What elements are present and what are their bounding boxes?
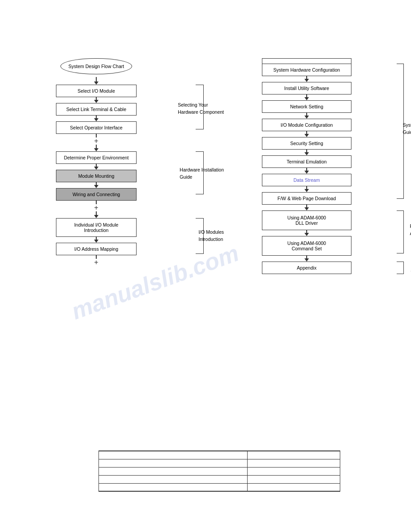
adam-dll-box: Using ADAM-6000DLL Driver	[262, 210, 351, 230]
adam-cmd-label: Using ADAM-6000Command Set	[287, 240, 326, 251]
io-address-label: I/O Address Mapping	[74, 246, 118, 252]
table-row	[99, 475, 340, 483]
network-setting-box: Network Setting	[262, 100, 351, 113]
table-cell	[99, 451, 248, 459]
arrow2	[94, 100, 98, 103]
bracket-label-1: Selecting YourHardware Component	[178, 102, 224, 116]
left-column: System Design Flow Chart Select I/O Modu…	[27, 58, 166, 266]
select-link-box: Select Link Terminal & Cable	[56, 103, 137, 116]
io-module-config-box: I/O Module Configuration	[262, 119, 351, 131]
individual-io-label: Individual I/O ModuleIntroduction	[74, 222, 119, 233]
install-util-box: Install Utility Software	[262, 82, 351, 94]
wiring-box: Wiring and Connecting	[56, 188, 137, 201]
table-cell	[247, 475, 340, 483]
table-cell	[99, 483, 248, 491]
determine-box: Determine Proper Environment	[56, 151, 137, 164]
wiring-label: Wiring and Connecting	[73, 192, 120, 197]
terminal-emulation-label: Terminal Emulation	[287, 159, 326, 164]
page: manualslib.com System Design Flow Chart …	[0, 0, 411, 532]
select-io-box: Select I/O Module	[56, 85, 137, 97]
sys-config-label: System ConfigurationGuide	[403, 122, 411, 136]
install-util-label: Install Utility Software	[284, 86, 329, 91]
plus3: +	[27, 259, 166, 266]
data-stream-label: Data Stream	[294, 177, 320, 183]
appendix-label: Appendix	[297, 265, 317, 270]
plus1: +	[27, 137, 166, 145]
network-setting-label: Network Setting	[290, 104, 323, 109]
sys-hw-config-box: System Hardware Configuration	[262, 64, 351, 76]
arrow3	[94, 118, 98, 121]
table-cell	[99, 467, 248, 475]
arrow4	[94, 148, 98, 151]
sys-hw-config-label: System Hardware Configuration	[274, 67, 340, 73]
arrow8	[94, 240, 98, 243]
fw-webpage-label: F/W & Web Page Download	[278, 196, 336, 201]
adam-cmd-box: Using ADAM-6000Command Set	[262, 236, 351, 256]
arrow6	[94, 185, 98, 188]
arrow5	[94, 167, 98, 170]
io-address-box: I/O Address Mapping	[56, 243, 137, 255]
plus2: +	[27, 204, 166, 211]
module-mounting-label: Module Mounting	[78, 173, 115, 179]
table-cell	[247, 467, 340, 475]
table-cell	[99, 459, 248, 467]
flowchart-title-ellipse: System Design Flow Chart	[60, 58, 132, 74]
arrow7	[94, 215, 98, 218]
table-cell	[99, 475, 248, 483]
arrow1	[94, 82, 98, 85]
individual-io-box: Individual I/O ModuleIntroduction	[56, 218, 137, 237]
select-operator-box: Select Operator Interface	[56, 121, 137, 134]
table-cell	[247, 451, 340, 459]
table-row	[99, 483, 340, 491]
security-setting-box: Security Setting	[262, 137, 351, 150]
fw-webpage-box: F/W & Web Page Download	[262, 192, 351, 205]
select-io-label: Select I/O Module	[77, 88, 115, 94]
table-cell	[247, 459, 340, 467]
security-setting-label: Security Setting	[290, 141, 323, 146]
table-cell	[247, 483, 340, 491]
table-row	[99, 467, 340, 475]
select-link-label: Select Link Terminal & Cable	[66, 107, 126, 112]
data-stream-box: Data Stream	[262, 174, 351, 186]
adam-dll-label: Using ADAM-6000DLL Driver	[287, 215, 326, 226]
module-mounting-box: Module Mounting	[56, 170, 137, 182]
bracket-label-2: Hardware InstallationGuide	[180, 167, 224, 181]
select-operator-label: Select Operator Interface	[70, 125, 122, 130]
ellipse-label: System Design Flow Chart	[68, 64, 124, 69]
terminal-emulation-box: Terminal Emulation	[262, 155, 351, 168]
io-module-config-label: I/O Module Configuration	[281, 122, 333, 128]
table-row	[99, 451, 340, 459]
right-column: System Hardware Configuration System Con…	[219, 58, 394, 274]
bottom-table	[98, 450, 340, 492]
appendix-box: Appendix	[262, 262, 351, 274]
determine-label: Determine Proper Environment	[64, 155, 129, 160]
table-row	[99, 459, 340, 467]
